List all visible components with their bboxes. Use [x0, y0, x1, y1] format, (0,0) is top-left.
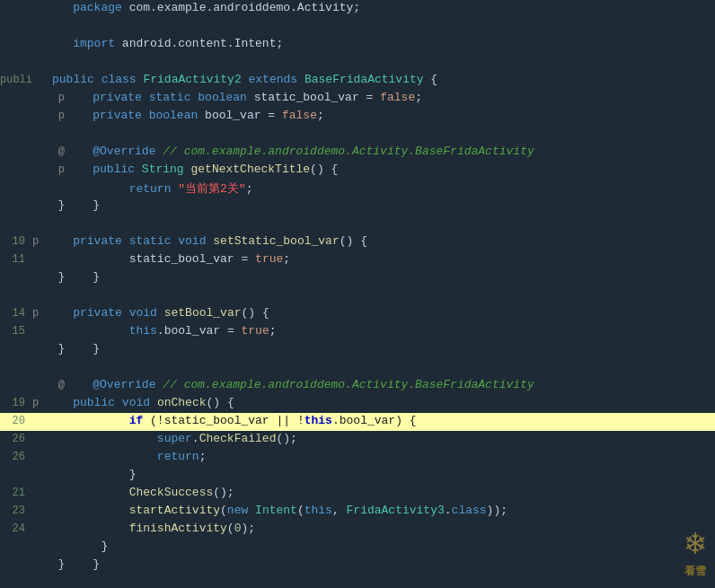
code-line: 11 static_bool_var = true;	[0, 251, 715, 269]
code-editor: package com.example.androiddemo.Activity…	[0, 0, 715, 588]
code-line: 26 super.CheckFailed();	[0, 431, 715, 449]
code-line	[0, 18, 715, 36]
code-line: package com.example.androiddemo.Activity…	[0, 0, 715, 18]
code-line	[0, 359, 715, 377]
code-line: 19 p public void onCheck() {	[0, 395, 715, 413]
code-line: 14 p private void setBool_var() {	[0, 305, 715, 323]
code-line: } }	[0, 557, 715, 575]
code-line: 24 finishActivity(0);	[0, 521, 715, 539]
code-line: import android.content.Intent;	[0, 36, 715, 54]
code-line: @ @Override // com.example.androiddemo.A…	[0, 377, 715, 395]
code-line: @ @Override // com.example.androiddemo.A…	[0, 144, 715, 162]
code-line: 10 p private static void setStatic_bool_…	[0, 233, 715, 251]
code-line: publi public class FridaActivity2 extend…	[0, 72, 715, 90]
code-line	[0, 287, 715, 305]
code-line: } }	[0, 197, 715, 215]
code-line: 21 CheckSuccess();	[0, 485, 715, 503]
code-line: }	[0, 539, 715, 557]
code-line: 23 startActivity(new Intent(this, FridaA…	[0, 503, 715, 521]
code-line	[0, 126, 715, 144]
code-line: } }	[0, 269, 715, 287]
code-line: }	[0, 467, 715, 485]
code-line: p private boolean bool_var = false;	[0, 108, 715, 126]
code-line: 15 this.bool_var = true;	[0, 323, 715, 341]
code-line: p private static boolean static_bool_var…	[0, 90, 715, 108]
code-line: } }	[0, 341, 715, 359]
code-line: p public String getNextCheckTitle() {	[0, 162, 715, 180]
code-line: return "当前第2关";	[0, 180, 715, 197]
code-line	[0, 215, 715, 233]
code-line: 26 return;	[0, 449, 715, 467]
code-line-highlighted: 20 if (!static_bool_var || !this.bool_va…	[0, 413, 715, 431]
code-line	[0, 54, 715, 72]
